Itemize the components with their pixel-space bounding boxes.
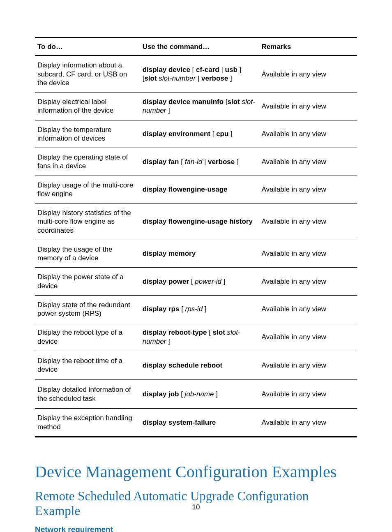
table-row: Display the reboot time of a devicedispl… [35, 351, 357, 379]
table-row: Display usage of the multi-core flow eng… [35, 176, 357, 204]
cell-todo: Display the operating state of fans in a… [35, 148, 140, 176]
cell-remark: Available in any view [259, 204, 357, 240]
cell-remark: Available in any view [259, 351, 357, 379]
table-row: Display the usage of the memory of a dev… [35, 240, 357, 268]
cell-command: display environment [ cpu ] [140, 120, 259, 148]
cell-todo: Display the temperature information of d… [35, 120, 140, 148]
cell-remark: Available in any view [259, 176, 357, 204]
cell-command: display flowengine-usage [140, 176, 259, 204]
th-remarks: Remarks [259, 38, 357, 56]
cell-remark: Available in any view [259, 148, 357, 176]
cell-todo: Display usage of the multi-core flow eng… [35, 176, 140, 204]
cell-todo: Display the usage of the memory of a dev… [35, 240, 140, 268]
table-row: Display state of the redundant power sys… [35, 295, 357, 323]
cell-remark: Available in any view [259, 93, 357, 120]
cell-remark: Available in any view [259, 295, 357, 323]
cell-todo: Display the power state of a device [35, 268, 140, 296]
cell-remark: Available in any view [259, 56, 357, 92]
table-row: Display the temperature information of d… [35, 120, 357, 148]
th-todo: To do… [35, 38, 140, 56]
table-row: Display electrical label information of … [35, 93, 357, 120]
cell-remark: Available in any view [259, 380, 357, 409]
table-row: Display the exception handling methoddis… [35, 409, 357, 437]
cell-remark: Available in any view [259, 409, 357, 437]
cell-command: display job [ job-name ] [140, 380, 259, 409]
cell-command: display device [ cf-card | usb ] [slot s… [140, 56, 259, 92]
cell-todo: Display information about a subcard, CF … [35, 56, 140, 92]
page-number: 10 [0, 503, 392, 511]
cell-command: display memory [140, 240, 259, 268]
heading-3: Network requirement [35, 525, 357, 532]
cell-command: display power [ power-id ] [140, 268, 259, 296]
cell-remark: Available in any view [259, 323, 357, 351]
table-row: Display detailed information of the sche… [35, 380, 357, 409]
cell-todo: Display the exception handling method [35, 409, 140, 437]
cell-remark: Available in any view [259, 240, 357, 268]
cell-remark: Available in any view [259, 268, 357, 296]
cell-todo: Display electrical label information of … [35, 93, 140, 120]
cell-command: display device manuinfo [slot slot-numbe… [140, 93, 259, 120]
table-row: Display history statistics of the multi-… [35, 204, 357, 240]
cell-command: display system-failure [140, 409, 259, 437]
cell-todo: Display detailed information of the sche… [35, 380, 140, 409]
cell-command: display reboot-type [ slot slot-number ] [140, 323, 259, 351]
cell-command: display rps [ rps-id ] [140, 295, 259, 323]
cell-remark: Available in any view [259, 120, 357, 148]
th-command: Use the command… [140, 38, 259, 56]
cell-todo: Display history statistics of the multi-… [35, 204, 140, 240]
table-row: Display the power state of a devicedispl… [35, 268, 357, 296]
cell-command: display schedule reboot [140, 351, 259, 379]
heading-1: Device Management Configuration Examples [35, 462, 357, 481]
cell-command: display fan [ fan-id | verbose ] [140, 148, 259, 176]
table-row: Display the operating state of fans in a… [35, 148, 357, 176]
cell-todo: Display the reboot time of a device [35, 351, 140, 379]
command-table: To do… Use the command… Remarks Display … [35, 37, 357, 437]
cell-todo: Display the reboot type of a device [35, 323, 140, 351]
table-row: Display information about a subcard, CF … [35, 56, 357, 92]
cell-command: display flowengine-usage history [140, 204, 259, 240]
table-row: Display the reboot type of a devicedispl… [35, 323, 357, 351]
cell-todo: Display state of the redundant power sys… [35, 295, 140, 323]
